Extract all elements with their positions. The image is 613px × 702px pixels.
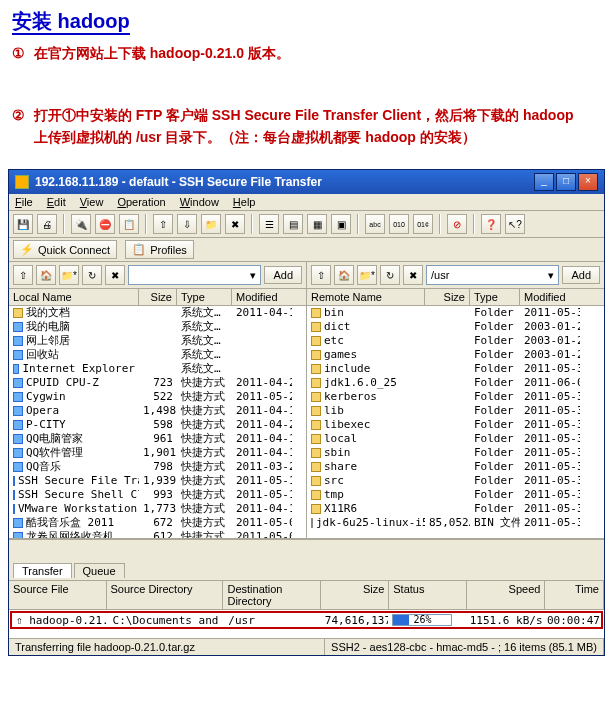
folder-icon[interactable]: 📁 bbox=[201, 214, 221, 234]
col-local-mod[interactable]: Modified bbox=[232, 289, 292, 305]
view-icons-icon[interactable]: ▦ bbox=[307, 214, 327, 234]
local-newfolder-icon[interactable]: 📁* bbox=[59, 265, 79, 285]
list-item[interactable]: tmpFolder2011-05-31 bbox=[307, 488, 604, 502]
tcol-sd[interactable]: Source Directory bbox=[107, 581, 224, 609]
local-delete-icon[interactable]: ✖ bbox=[105, 265, 125, 285]
minimize-button[interactable]: _ bbox=[534, 173, 554, 191]
maximize-button[interactable]: □ bbox=[556, 173, 576, 191]
list-item[interactable]: QQ软件管理1,901快捷方式2011-04-1 bbox=[9, 446, 306, 460]
tab-queue[interactable]: Queue bbox=[74, 563, 125, 578]
remote-newfolder-icon[interactable]: 📁* bbox=[357, 265, 377, 285]
local-add-button[interactable]: Add bbox=[264, 266, 302, 284]
tcol-st[interactable]: Status bbox=[389, 581, 467, 609]
list-item[interactable]: sbinFolder2011-05-31 bbox=[307, 446, 604, 460]
list-item[interactable]: Internet Explorer系统文… bbox=[9, 362, 306, 376]
download-icon[interactable]: ⇩ bbox=[177, 214, 197, 234]
menu-help[interactable]: Help bbox=[233, 196, 256, 208]
col-local-type[interactable]: Type bbox=[177, 289, 232, 305]
upload-icon[interactable]: ⇧ bbox=[153, 214, 173, 234]
list-item[interactable]: shareFolder2011-05-31 bbox=[307, 460, 604, 474]
col-local-size[interactable]: Size bbox=[139, 289, 177, 305]
list-item[interactable]: dictFolder2003-01-29 bbox=[307, 320, 604, 334]
col-remote-size[interactable]: Size bbox=[425, 289, 470, 305]
list-item[interactable]: Cygwin522快捷方式2011-05-2 bbox=[9, 390, 306, 404]
list-item[interactable]: Opera1,498快捷方式2011-04-1 bbox=[9, 404, 306, 418]
remote-delete-icon[interactable]: ✖ bbox=[403, 265, 423, 285]
menu-file[interactable]: File bbox=[15, 196, 33, 208]
context-help-icon[interactable]: ↖? bbox=[505, 214, 525, 234]
disconnect-icon[interactable]: ⛔ bbox=[95, 214, 115, 234]
list-item[interactable]: 龙卷风网络收音机612快捷方式2011-05-0 bbox=[9, 530, 306, 538]
list-item[interactable]: X11R6Folder2011-05-31 bbox=[307, 502, 604, 516]
local-home-icon[interactable]: 🏠 bbox=[36, 265, 56, 285]
col-remote-mod[interactable]: Modified bbox=[520, 289, 580, 305]
list-item[interactable]: libexecFolder2011-05-31 bbox=[307, 418, 604, 432]
stop-icon[interactable]: ⊘ bbox=[447, 214, 467, 234]
tcol-sz[interactable]: Size bbox=[321, 581, 389, 609]
menu-edit[interactable]: Edit bbox=[47, 196, 66, 208]
binary-icon[interactable]: 010 bbox=[389, 214, 409, 234]
col-remote-type[interactable]: Type bbox=[470, 289, 520, 305]
menu-view[interactable]: View bbox=[80, 196, 104, 208]
menu-window[interactable]: Window bbox=[180, 196, 219, 208]
tcol-sp[interactable]: Speed bbox=[467, 581, 545, 609]
list-item[interactable]: 网上邻居系统文… bbox=[9, 334, 306, 348]
view-list-icon[interactable]: ☰ bbox=[259, 214, 279, 234]
save-icon[interactable]: 💾 bbox=[13, 214, 33, 234]
remote-path-input[interactable]: /usr▾ bbox=[426, 265, 559, 285]
list-item[interactable]: SSH Secure File Trans…1,939快捷方式2011-05-1 bbox=[9, 474, 306, 488]
list-item[interactable]: etcFolder2003-01-29 bbox=[307, 334, 604, 348]
profile-icon[interactable]: 📋 bbox=[119, 214, 139, 234]
remote-up-icon[interactable]: ⇧ bbox=[311, 265, 331, 285]
local-file-list[interactable]: 我的文档系统文…2011-04-1我的电脑系统文…网上邻居系统文…回收站系统文…… bbox=[9, 306, 306, 538]
quick-connect-button[interactable]: ⚡ Quick Connect bbox=[13, 240, 117, 259]
list-item[interactable]: 我的文档系统文…2011-04-1 bbox=[9, 306, 306, 320]
help-icon[interactable]: ❓ bbox=[481, 214, 501, 234]
local-up-icon[interactable]: ⇧ bbox=[13, 265, 33, 285]
list-item[interactable]: CPUID CPU-Z723快捷方式2011-04-2 bbox=[9, 376, 306, 390]
remote-file-list[interactable]: binFolder2011-05-31dictFolder2003-01-29e… bbox=[307, 306, 604, 538]
remote-add-button[interactable]: Add bbox=[562, 266, 600, 284]
ascii-icon[interactable]: abc bbox=[365, 214, 385, 234]
step-2: ② 打开①中安装的 FTP 客户端 SSH Secure File Transf… bbox=[12, 107, 601, 125]
list-item[interactable]: kerberosFolder2011-05-31 bbox=[307, 390, 604, 404]
col-remote-name[interactable]: Remote Name bbox=[307, 289, 425, 305]
list-item[interactable]: binFolder2011-05-31 bbox=[307, 306, 604, 320]
remote-home-icon[interactable]: 🏠 bbox=[334, 265, 354, 285]
tcol-dd[interactable]: Destination Directory bbox=[223, 581, 321, 609]
menu-operation[interactable]: Operation bbox=[117, 196, 165, 208]
list-item[interactable]: SSH Secure Shell Client993快捷方式2011-05-1 bbox=[9, 488, 306, 502]
tcol-src[interactable]: Source File bbox=[9, 581, 107, 609]
profiles-button[interactable]: 📋 Profiles bbox=[125, 240, 194, 259]
list-item[interactable]: QQ电脑管家961快捷方式2011-04-1 bbox=[9, 432, 306, 446]
tab-transfer[interactable]: Transfer bbox=[13, 563, 72, 578]
list-item[interactable]: localFolder2011-05-31 bbox=[307, 432, 604, 446]
list-item[interactable]: gamesFolder2003-01-29 bbox=[307, 348, 604, 362]
local-refresh-icon[interactable]: ↻ bbox=[82, 265, 102, 285]
list-item[interactable]: jdk-6u25-linux-i586.bin85,052…BIN 文件2011… bbox=[307, 516, 604, 530]
list-item[interactable]: srcFolder2011-05-31 bbox=[307, 474, 604, 488]
close-button[interactable]: × bbox=[578, 173, 598, 191]
titlebar[interactable]: 192.168.11.189 - default - SSH Secure Fi… bbox=[9, 170, 604, 194]
view-detail-icon[interactable]: ▤ bbox=[283, 214, 303, 234]
transfer-row[interactable]: ⇧ hadoop-0.21.0… C:\Documents and Se… /u… bbox=[10, 611, 603, 629]
app-icon bbox=[13, 350, 23, 360]
list-item[interactable]: VMware Workstation1,773快捷方式2011-04-1 bbox=[9, 502, 306, 516]
remote-refresh-icon[interactable]: ↻ bbox=[380, 265, 400, 285]
local-path-input[interactable]: ▾ bbox=[128, 265, 261, 285]
list-item[interactable]: 我的电脑系统文… bbox=[9, 320, 306, 334]
list-item[interactable]: P-CITY598快捷方式2011-04-2 bbox=[9, 418, 306, 432]
delete-icon[interactable]: ✖ bbox=[225, 214, 245, 234]
col-local-name[interactable]: Local Name bbox=[9, 289, 139, 305]
tcol-tm[interactable]: Time bbox=[545, 581, 604, 609]
list-item[interactable]: includeFolder2011-05-31 bbox=[307, 362, 604, 376]
auto-icon[interactable]: 01¢ bbox=[413, 214, 433, 234]
list-item[interactable]: 回收站系统文… bbox=[9, 348, 306, 362]
view-small-icon[interactable]: ▣ bbox=[331, 214, 351, 234]
list-item[interactable]: libFolder2011-05-31 bbox=[307, 404, 604, 418]
list-item[interactable]: 酷我音乐盒 2011672快捷方式2011-05-0 bbox=[9, 516, 306, 530]
list-item[interactable]: QQ音乐798快捷方式2011-03-2 bbox=[9, 460, 306, 474]
connect-icon[interactable]: 🔌 bbox=[71, 214, 91, 234]
list-item[interactable]: jdk1.6.0_25Folder2011-06-01 bbox=[307, 376, 604, 390]
print-icon[interactable]: 🖨 bbox=[37, 214, 57, 234]
